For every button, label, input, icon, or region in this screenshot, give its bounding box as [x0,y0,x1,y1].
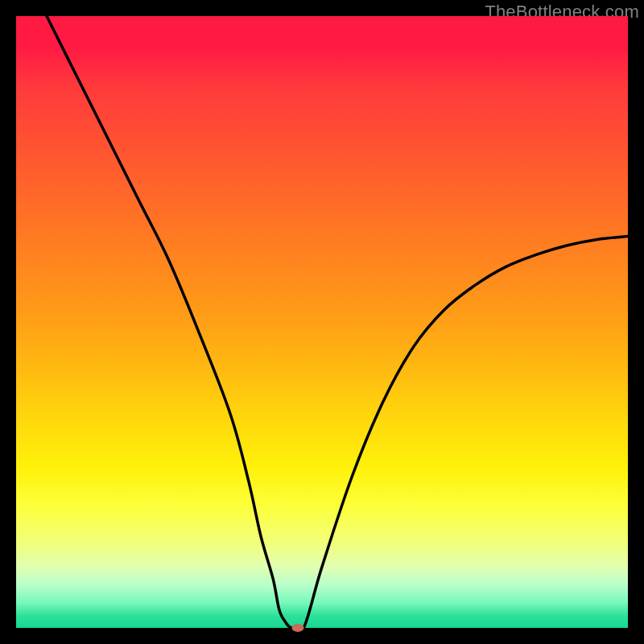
plot-area [16,16,628,628]
chart-container: TheBottleneck.com [0,0,644,644]
bottleneck-curve [16,16,628,628]
optimal-point-marker [291,624,303,632]
curve-path [47,16,628,628]
